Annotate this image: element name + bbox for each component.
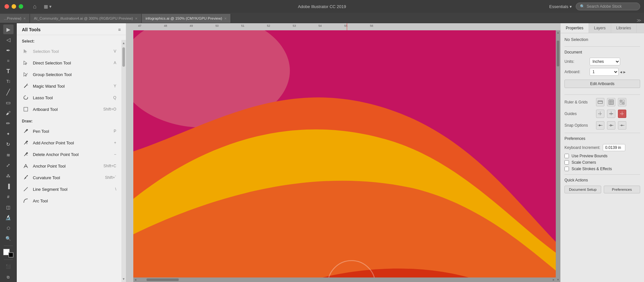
keyboard-increment-input[interactable] (603, 144, 625, 151)
pixel-grid-icon[interactable] (618, 98, 626, 106)
home-icon[interactable]: ⌂ (30, 1, 40, 12)
scale-corners-checkbox[interactable] (564, 160, 569, 165)
artboard-tool-icon[interactable]: ⬛ (3, 262, 14, 271)
group-selection-icon: + (23, 71, 29, 78)
snap-icon-2[interactable] (607, 121, 615, 130)
tool-item-line-segment[interactable]: Line Segment Tool \ (19, 183, 119, 195)
workspace-switcher[interactable]: ▦ ▾ (43, 1, 53, 12)
scroll-thumb[interactable] (122, 47, 125, 67)
direct-selection-name: Direct Selection Tool (33, 61, 110, 65)
eyedropper-icon[interactable]: 🔬 (3, 213, 14, 222)
touch-type-icon[interactable]: T⃞ (3, 77, 14, 86)
rotate-tool-icon[interactable]: ↻ (3, 140, 14, 149)
canvas-hscroll[interactable]: ◄ ► (133, 277, 556, 282)
svg-rect-9 (24, 107, 28, 111)
guides-clear-icon[interactable] (618, 110, 626, 118)
curvature-icon (23, 174, 29, 181)
tab-close-icon[interactable]: ✕ (23, 17, 26, 20)
canvas-area: 47 48 49 50 51 52 53 54 55 56 (126, 23, 560, 282)
search-stock-input[interactable]: 🔍 Search Adobe Stock (576, 3, 640, 10)
scroll-up-arrow[interactable]: ▲ (122, 40, 125, 45)
tool-item-selection[interactable]: Selection Tool V (19, 45, 119, 57)
panel-options-icon[interactable]: ≡ (118, 27, 121, 32)
tool-item-curvature[interactable]: Curvature Tool Shift+` (19, 172, 119, 183)
tab-close-icon[interactable]: ✕ (135, 17, 137, 20)
tool-item-direct-selection[interactable]: Direct Selection Tool A (19, 57, 119, 69)
gradient-tool-icon[interactable]: ◫ (3, 202, 14, 212)
canvas-scroll-up[interactable]: ▲ (557, 30, 560, 34)
tab-properties[interactable]: Properties (561, 23, 589, 33)
canvas-vscroll[interactable]: ▲ ▼ (556, 30, 560, 282)
direct-selection-tool-icon[interactable]: ◁ (3, 35, 14, 44)
tool-item-delete-anchor[interactable]: − Delete Anchor Point Tool − (19, 149, 119, 160)
tool-item-arc[interactable]: Arc Tool (19, 195, 119, 207)
mesh-tool-icon[interactable]: # (3, 192, 14, 201)
canvas-hscroll-left[interactable]: ◄ (133, 278, 137, 281)
selection-tool-icon[interactable]: ▶ (3, 24, 14, 34)
artboard-prev-icon[interactable]: ◂ (620, 69, 622, 74)
scrollbar[interactable]: ▲ ▼ (121, 40, 126, 282)
document-setup-button[interactable]: Document Setup (564, 186, 601, 193)
ruler-icon[interactable] (596, 98, 604, 106)
snap-icon-3[interactable] (618, 121, 626, 130)
snap-icon-1[interactable] (596, 121, 604, 130)
tool-item-group-selection[interactable]: + Group Selection Tool (19, 69, 119, 80)
tab-layers[interactable]: Layers (589, 23, 611, 33)
scale-tool-icon[interactable]: ⤢ (3, 160, 14, 170)
tool-item-artboard[interactable]: Artboard Tool Shift+O (19, 103, 119, 115)
line-segment-icon[interactable]: ╱ (3, 87, 14, 97)
canvas-scroll-down[interactable]: ▼ (557, 278, 560, 282)
tab-libraries[interactable]: Libraries (611, 23, 637, 33)
tool-item-add-anchor[interactable]: + Add Anchor Point Tool + (19, 137, 119, 149)
close-button[interactable] (5, 4, 9, 9)
canvas-hscroll-right[interactable]: ► (552, 278, 556, 281)
warp-tool-icon[interactable]: ≋ (3, 150, 14, 160)
preferences-button[interactable]: Preferences (604, 186, 640, 193)
scale-strokes-checkbox[interactable] (564, 167, 569, 171)
symbol-sprayer-icon[interactable]: ⁂ (3, 171, 14, 180)
tab-2[interactable]: infographics.ai @ 150% (CMYK/GPU Preview… (142, 14, 231, 23)
guides-add-icon[interactable] (596, 110, 604, 118)
artboard-select[interactable]: 1 (590, 68, 619, 76)
tab-0[interactable]: ...Preview) ✕ (0, 14, 30, 23)
tab-close-icon[interactable]: ✕ (224, 17, 227, 20)
tool-item-pen[interactable]: Pen Tool P (19, 125, 119, 137)
shaper-tool-icon[interactable]: ✦ (3, 129, 14, 139)
canvas-scroll-thumb[interactable] (557, 41, 559, 66)
essentials-button[interactable]: Essentials ▾ (549, 4, 572, 9)
paintbrush-tool-icon[interactable]: 🖌 (3, 108, 14, 118)
tool-item-anchor-point[interactable]: Anchor Point Tool Shift+C (19, 160, 119, 172)
app-title: Adobe Illustrator CC 2019 (298, 4, 346, 9)
pencil-tool-icon[interactable]: ✏ (3, 119, 14, 128)
use-preview-bounds-checkbox[interactable] (564, 154, 569, 158)
blend-tool-icon[interactable]: ⬡ (3, 223, 14, 233)
tools-scroll-area[interactable]: Select: Selection Tool V Direct Selectio… (17, 35, 126, 282)
scroll-down-arrow[interactable]: ▼ (122, 277, 125, 282)
anchor-point-icon (23, 163, 29, 169)
canvas-svg: 人人素材 (133, 30, 560, 282)
canvas-viewport[interactable]: 人人素材 ▲ ▼ ◄ ► (133, 30, 560, 282)
grid-icon[interactable] (607, 98, 615, 106)
pen-tool-icon[interactable]: ✒ (3, 45, 14, 55)
guides-lock-icon[interactable] (607, 110, 615, 118)
maximize-button[interactable] (19, 4, 23, 9)
artboard-next-icon[interactable]: ▸ (623, 69, 626, 74)
tab-overflow[interactable]: ≫ (634, 18, 644, 23)
tool-item-magic-wand[interactable]: Magic Wand Tool Y (19, 80, 119, 92)
slice-tool-icon[interactable]: ⧉ (3, 272, 14, 282)
color-block[interactable] (3, 249, 14, 258)
tool-item-lasso[interactable]: Lasso Tool Q (19, 92, 119, 103)
edit-artboards-button[interactable]: Edit Artboards (564, 80, 640, 88)
stroke-color[interactable] (8, 252, 14, 258)
minimize-button[interactable] (12, 4, 16, 9)
canvas-hscroll-thumb[interactable] (147, 278, 179, 281)
column-graph-icon[interactable]: ▐ (3, 181, 14, 191)
use-preview-bounds-row: Use Preview Bounds (564, 154, 640, 158)
zoom-tool-icon[interactable]: 🔍 (3, 234, 14, 243)
tab-1[interactable]: AI_Community_illustration4.ai @ 300% (RG… (30, 14, 142, 23)
curvature-tool-icon[interactable]: ⌗ (3, 56, 14, 65)
type-tool-icon[interactable]: T (3, 66, 14, 76)
units-select[interactable]: Inches Pixels Millimeters Points Centime… (590, 58, 620, 65)
rectangle-tool-icon[interactable]: ▭ (3, 98, 14, 107)
tabs-bar: ...Preview) ✕ AI_Community_illustration4… (0, 13, 644, 23)
